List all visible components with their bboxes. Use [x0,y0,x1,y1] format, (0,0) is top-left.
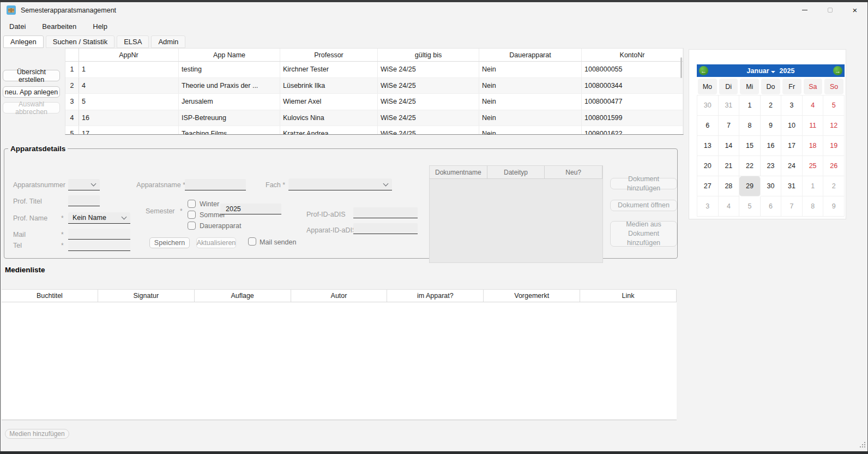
table-cell[interactable]: ISP-Betreuung [179,110,280,126]
winter-checkbox[interactable] [188,200,196,208]
tab-admin[interactable]: Admin [151,35,185,48]
table-cell[interactable]: 1008000477 [582,94,683,110]
row-header[interactable]: 2 [65,78,79,94]
tel-field[interactable] [68,240,130,251]
column-header-professor[interactable]: Professor [280,49,378,61]
menu-help[interactable]: Help [93,22,107,31]
calendar-day-23[interactable]: 23 [761,156,782,176]
app-row-1[interactable]: 11testingKirchner TesterWiSe 24/25Nein10… [65,62,683,78]
row-header[interactable]: 3 [65,94,79,110]
table-cell[interactable]: 1008001622 [582,126,683,135]
table-cell[interactable]: Nein [479,94,582,110]
fach-combobox[interactable] [288,178,392,190]
calendar-day-22[interactable]: 22 [739,156,761,176]
calendar-day-20[interactable]: 20 [697,156,719,176]
calendar-day-5[interactable]: 5 [739,196,761,217]
column-header-dauerapparat[interactable]: Dauerapparat [479,49,582,61]
dokument-hinzufuegen-button[interactable]: Dokument hinzufügen [610,178,677,189]
app-row-3[interactable]: 35JerusalemWiemer AxelWiSe 24/25Nein1008… [65,94,683,110]
table-cell[interactable]: 1 [79,62,179,77]
calendar-day-27[interactable]: 27 [697,176,719,196]
calendar-day-26[interactable]: 26 [823,156,845,176]
calendar-day-4[interactable]: 4 [803,95,824,116]
column-header-appnr[interactable]: AppNr [79,49,179,61]
mail-field[interactable] [68,229,130,240]
table-cell[interactable]: Kratzer Andrea [280,126,378,135]
calendar-day-4[interactable]: 4 [719,196,740,217]
calendar-day-18[interactable]: 18 [803,136,824,156]
uebersicht-erstellen-button[interactable]: Übersicht erstellen [3,70,60,81]
prof-id-adis-field[interactable] [353,207,418,218]
calendar-day-12[interactable]: 12 [823,116,845,136]
table-cell[interactable]: Nein [479,110,582,126]
calendar-prev-button[interactable]: ← [699,66,708,75]
tab-elsa[interactable]: ELSA [117,35,149,48]
dauerapparat-checkbox[interactable] [188,222,196,230]
resize-grip[interactable] [859,441,865,447]
table-cell[interactable]: WiSe 24/25 [378,94,479,110]
calendar-day-6[interactable]: 6 [761,196,782,217]
table-cell[interactable]: WiSe 24/25 [378,110,479,126]
calendar-day-28[interactable]: 28 [719,176,740,196]
menu-datei[interactable]: Datei [9,22,26,31]
calendar-day-17[interactable]: 17 [781,136,803,156]
calendar-day-29-today[interactable]: 29 [739,176,761,196]
auswahl-abbrechen-button[interactable]: Auswahl abbrechen [3,102,60,113]
table-cell[interactable]: Nein [479,62,582,77]
calendar-day-1[interactable]: 1 [803,176,824,196]
table-cell[interactable]: 5 [79,94,179,110]
column-header-app-name[interactable]: App Name [179,49,280,61]
table-cell[interactable]: Lüsebrink Ilka [280,78,378,94]
table-cell[interactable]: 1008000344 [582,78,683,94]
maximize-button[interactable] [817,2,842,18]
minimize-button[interactable] [792,2,817,18]
calendar-day-1[interactable]: 1 [739,95,761,116]
table-cell[interactable]: 1008000055 [582,62,683,77]
calendar-day-15[interactable]: 15 [739,136,761,156]
table-cell[interactable]: 4 [79,78,179,94]
table-cell[interactable]: testing [179,62,280,77]
medien-hinzufuegen-button[interactable]: Medien hinzufügen [5,429,69,439]
calendar-day-9[interactable]: 9 [761,116,782,136]
prof-titel-field[interactable] [68,195,100,206]
calendar-day-5[interactable]: 5 [823,95,845,116]
app-row-4[interactable]: 416ISP-BetreuungKulovics NinaWiSe 24/25N… [65,110,683,127]
table-cell[interactable]: Wiemer Axel [280,94,378,110]
calendar-day-7[interactable]: 7 [781,196,803,217]
calendar-day-10[interactable]: 10 [781,116,803,136]
table-cell[interactable]: 16 [79,110,179,126]
table-cell[interactable]: 1008001599 [582,110,683,126]
calendar-day-31[interactable]: 31 [719,95,740,116]
table-cell[interactable]: Nein [479,126,582,135]
row-header[interactable]: 1 [65,62,79,77]
calendar-day-30[interactable]: 30 [697,95,719,116]
calendar-day-14[interactable]: 14 [719,136,740,156]
table-cell[interactable]: WiSe 24/25 [378,62,479,77]
calendar-day-30[interactable]: 30 [761,176,782,196]
medien-aus-dokument-button[interactable]: Medien aus Dokument hinzufügen [610,221,677,247]
row-header[interactable]: 4 [65,110,79,126]
speichern-button[interactable]: Speichern [149,237,190,248]
calendar-month[interactable]: Januar [747,67,769,75]
semester-year-field[interactable] [220,204,281,214]
calendar-day-6[interactable]: 6 [697,116,719,136]
close-button[interactable]: × [842,2,867,18]
column-header-kontonr[interactable]: KontoNr [582,49,683,61]
calendar-day-11[interactable]: 11 [803,116,824,136]
calendar-day-3[interactable]: 3 [781,95,803,116]
calendar-day-2[interactable]: 2 [823,176,845,196]
mail-senden-checkbox[interactable] [248,237,256,246]
table-cell[interactable]: Jerusalem [179,94,280,110]
calendar-day-9[interactable]: 9 [823,196,845,217]
sommer-checkbox[interactable] [188,211,196,219]
calendar-day-2[interactable]: 2 [761,95,782,116]
calendar-next-button[interactable]: → [833,66,842,75]
table-cell[interactable]: Theorie und Praxis der ... [179,78,280,94]
table-cell[interactable]: WiSe 24/25 [378,78,479,94]
app-row-5[interactable]: 517Teaching FilmsKratzer AndreaWiSe 24/2… [65,126,683,135]
table-cell[interactable]: Teaching Films [179,126,280,135]
table-cell[interactable]: Kulovics Nina [280,110,378,126]
calendar-day-31[interactable]: 31 [781,176,803,196]
column-header-gültig-bis[interactable]: gültig bis [378,49,479,61]
row-header[interactable]: 5 [65,126,79,135]
